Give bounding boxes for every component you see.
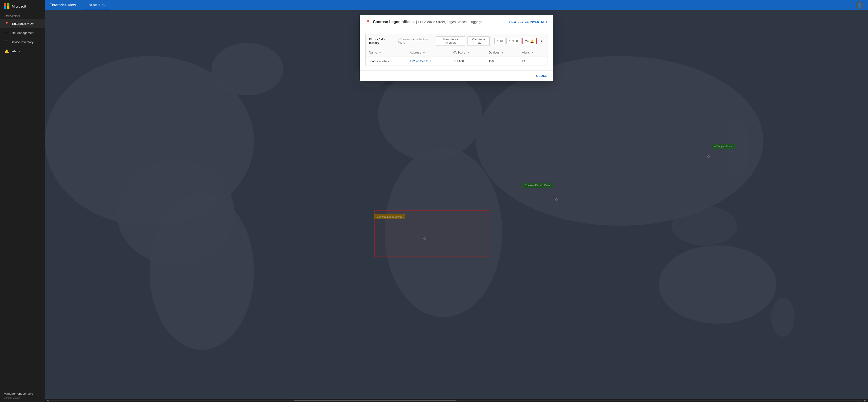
floor-table: Name ▼ Address ▼ VA Score	[366, 48, 547, 66]
expand-section-button[interactable]: ▾	[539, 38, 544, 44]
sort-devices-icon[interactable]: ▼	[501, 52, 503, 54]
version-label: Version 22.3.4	[4, 396, 41, 399]
location-modal: 📍 Contoso Lagos offices | 11 Chidozie St…	[360, 15, 553, 81]
map-area: o Tianjin offices Contoso Dubai offices …	[45, 10, 868, 402]
view-zone-map-button[interactable]: View zone map	[467, 36, 490, 46]
grid-icon: ⊞	[4, 31, 7, 35]
stat-alerts-value: 24	[525, 39, 529, 43]
user-icon: 👤	[857, 3, 862, 8]
modal-overlay: 📍 Contoso Lagos offices | 11 Chidozie St…	[45, 10, 868, 402]
floor-subtitle: | Contoso Lagos factory floors	[398, 38, 433, 44]
floor-title: Floors 1-2 - factory	[369, 37, 395, 44]
stat-devices-box: 159 🖥	[506, 38, 522, 44]
main-area: Enterprise View Incident Re... 👤	[45, 0, 868, 402]
page-title: Enterprise View	[50, 3, 76, 7]
sort-name-icon[interactable]: ▼	[379, 52, 381, 54]
floor-stats: 1 ⊞ 159 🖥 24	[494, 38, 537, 44]
sidebar-item-label: Alerts	[12, 49, 20, 53]
cell-address[interactable]: 172.20.278.237	[406, 57, 450, 66]
col-name: Name ▼	[366, 48, 406, 57]
cell-alerts: 24	[519, 57, 547, 66]
view-device-inventory-header-button[interactable]: VIEW DEVICE INVENTORY	[509, 20, 548, 24]
sidebar-item-enterprise-view[interactable]: 📍 Enterprise View	[0, 19, 45, 28]
sidebar: Microsoft NAVIGATION 📍 Enterprise View ⊞…	[0, 0, 45, 402]
sidebar-item-label: Device Inventory	[10, 40, 33, 44]
location-icon: 📍	[4, 22, 9, 26]
top-bar: Enterprise View Incident Re... 👤	[45, 0, 868, 10]
sidebar-item-label: Enterprise View	[12, 22, 33, 26]
col-alerts: Alerts ▼	[519, 48, 547, 57]
view-device-inventory-button[interactable]: View device inventory	[436, 36, 465, 46]
modal-footer: CLOSE	[360, 70, 553, 81]
sidebar-item-device-inventory[interactable]: ☰ Device Inventory	[0, 37, 45, 47]
monitor-icon: 🖥	[516, 39, 519, 43]
table-header-row: Name ▼ Address ▼ VA Score	[366, 48, 547, 57]
floor-section: Floors 1-2 - factory | Contoso Lagos fac…	[365, 34, 548, 66]
cell-name: contoso-hotels	[366, 57, 406, 66]
modal-header: 📍 Contoso Lagos offices | 11 Chidozie St…	[360, 15, 553, 29]
sidebar-header: Microsoft	[0, 0, 45, 12]
sidebar-item-site-management[interactable]: ⊞ Site Management	[0, 28, 45, 37]
stat-count-box: 1 ⊞	[494, 38, 505, 44]
user-avatar[interactable]: 👤	[856, 1, 863, 9]
management-console-label: Management console	[4, 392, 41, 395]
ms-logo-icon	[4, 3, 9, 9]
close-button[interactable]: CLOSE	[536, 74, 548, 77]
list-icon: ☰	[4, 40, 8, 44]
cell-va-score: 68 / 100	[450, 57, 485, 66]
floor-header: Floors 1-2 - factory | Contoso Lagos fac…	[366, 34, 547, 48]
nav-label: NAVIGATION	[0, 12, 45, 19]
bell-icon: 🔔	[4, 49, 9, 54]
modal-body: Floors 1-2 - factory | Contoso Lagos fac…	[360, 29, 553, 70]
sidebar-item-alerts[interactable]: 🔔 Alerts	[0, 47, 45, 56]
top-bar-tabs: Incident Re...	[83, 0, 111, 10]
floors-icon: ⊞	[500, 39, 503, 43]
sort-vascore-icon[interactable]: ▼	[467, 52, 469, 54]
stat-count-value: 1	[497, 39, 499, 43]
cell-devices: 159	[485, 57, 519, 66]
col-address: Address ▼	[406, 48, 450, 57]
table-row: contoso-hotels 172.20.278.237 68 / 100 1…	[366, 57, 547, 66]
floor-header-actions: View device inventory View zone map 1 ⊞	[436, 36, 544, 46]
modal-title: Contoso Lagos offices	[373, 20, 413, 24]
sort-address-icon[interactable]: ▼	[423, 52, 425, 54]
modal-title-row: 📍 Contoso Lagos offices | 11 Chidozie St…	[365, 19, 482, 25]
modal-location-details: | 11 Chidozie Street, Lagos | Africa | L…	[416, 20, 482, 24]
col-va-score: VA Score ▼	[450, 48, 485, 57]
stat-devices-value: 159	[509, 39, 514, 43]
col-devices: Devices ▼	[485, 48, 519, 57]
sidebar-footer: Management console Version 22.3.4	[0, 389, 45, 402]
sort-alerts-icon[interactable]: ▼	[532, 52, 534, 54]
stat-alerts-box: 24 🔔	[522, 38, 537, 44]
app-name: Microsoft	[12, 4, 26, 8]
tab-incident-response[interactable]: Incident Re...	[83, 0, 111, 10]
alert-bell-icon: 🔔	[530, 39, 534, 43]
location-pin-icon: 📍	[365, 19, 371, 25]
sidebar-item-label: Site Management	[10, 31, 34, 35]
